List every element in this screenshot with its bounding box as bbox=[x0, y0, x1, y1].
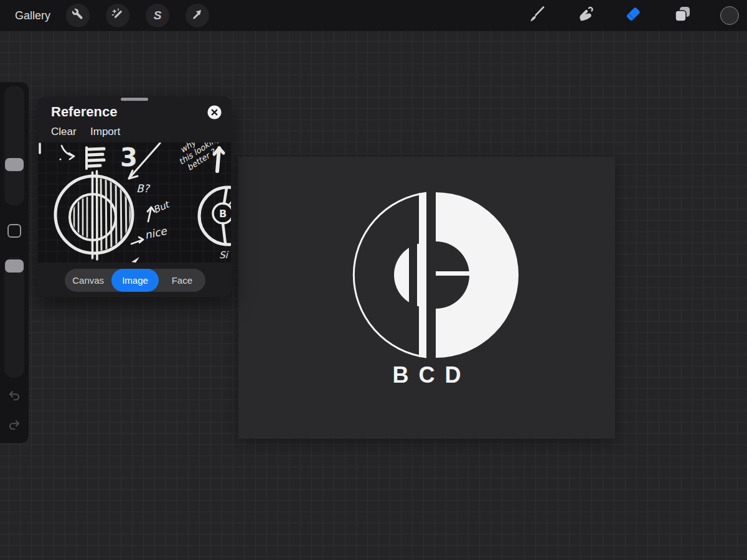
magic-wand-icon bbox=[110, 6, 126, 25]
transform-button[interactable] bbox=[186, 4, 209, 27]
brush-icon bbox=[527, 4, 547, 27]
layers-button[interactable] bbox=[671, 5, 692, 26]
redo-icon bbox=[7, 423, 22, 434]
actions-button[interactable] bbox=[66, 4, 90, 27]
undo-icon bbox=[7, 394, 22, 404]
eraser-button[interactable] bbox=[622, 5, 644, 26]
redo-button[interactable] bbox=[7, 417, 22, 432]
smudge-button[interactable] bbox=[575, 5, 596, 26]
sketch-nice: nice bbox=[144, 225, 169, 241]
brush-opacity-handle[interactable] bbox=[5, 259, 24, 273]
tab-canvas[interactable]: Canvas bbox=[65, 269, 111, 292]
brush-size-handle[interactable] bbox=[5, 158, 24, 171]
selection-s-icon: S bbox=[154, 9, 162, 22]
selection-button[interactable]: S bbox=[146, 4, 169, 27]
close-button[interactable] bbox=[207, 105, 222, 119]
clear-button[interactable]: Clear bbox=[51, 126, 77, 138]
layers-icon bbox=[671, 4, 692, 27]
sketch-si: Si bbox=[219, 250, 229, 261]
brush-sidebar bbox=[0, 82, 29, 443]
reference-panel: Reference Clear Import bbox=[37, 96, 232, 297]
tab-image[interactable]: Image bbox=[111, 269, 158, 292]
close-icon bbox=[207, 111, 222, 121]
top-toolbar: Gallery bbox=[0, 0, 747, 31]
panel-drag-handle[interactable] bbox=[121, 98, 148, 101]
undo-button[interactable] bbox=[7, 388, 22, 403]
color-swatch-button[interactable] bbox=[720, 6, 739, 25]
tab-face[interactable]: Face bbox=[159, 269, 205, 292]
sketch-number-3: 3 bbox=[120, 143, 138, 172]
sketch-b-letter: B bbox=[219, 208, 227, 220]
import-button[interactable]: Import bbox=[90, 126, 120, 138]
panel-title: Reference bbox=[51, 104, 117, 120]
brush-size-slider[interactable] bbox=[4, 86, 24, 205]
adjustments-button[interactable] bbox=[106, 4, 129, 27]
sketch-b-question: B? bbox=[136, 182, 151, 195]
smudge-finger-icon bbox=[575, 4, 595, 27]
gallery-button[interactable]: Gallery bbox=[15, 0, 50, 31]
wrench-icon bbox=[70, 6, 86, 25]
bcd-logo-artwork bbox=[238, 157, 615, 439]
bcd-logo-text: BCD bbox=[238, 362, 615, 388]
chalk-sketch: 3 B? But nice why is this looking better… bbox=[38, 142, 231, 263]
reference-mode-tabs: Canvas Image Face bbox=[65, 269, 205, 292]
sketch-but: But bbox=[151, 198, 172, 216]
modify-button[interactable] bbox=[7, 224, 21, 238]
brush-opacity-slider[interactable] bbox=[4, 257, 24, 378]
brush-button[interactable] bbox=[526, 5, 547, 26]
transform-arrow-icon bbox=[189, 6, 205, 25]
reference-image[interactable]: 3 B? But nice why is this looking better… bbox=[38, 142, 231, 263]
drawing-canvas[interactable]: BCD bbox=[238, 157, 615, 439]
eraser-icon bbox=[622, 4, 644, 27]
